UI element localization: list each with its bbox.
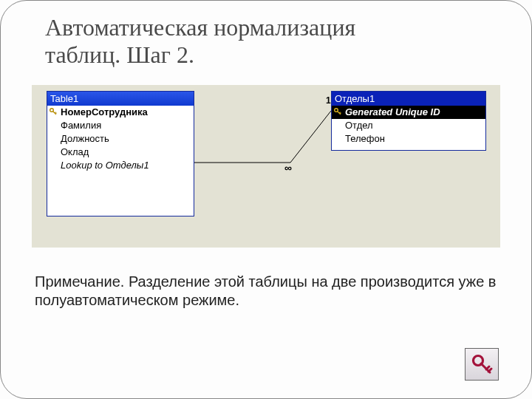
relationship-diagram: Table1 НомерСотрудника Фамилия Должность… [32,85,500,248]
table2-window[interactable]: Отделы1 Generated Unique ID Отдел Телефо… [331,91,486,151]
table2-pk-label: Generated Unique ID [345,106,440,117]
title-line-1: Автоматическая нормализация [45,14,355,41]
key-icon [333,107,342,116]
table1-field-2[interactable]: Должность [47,132,194,146]
table1-fields: НомерСотрудника Фамилия Должность Оклад … [47,106,194,202]
table2-title[interactable]: Отделы1 [332,92,485,106]
table1-pk-label: НомерСотрудника [61,106,148,117]
table2-pk-field[interactable]: Generated Unique ID [332,106,485,119]
slide-title: Автоматическая нормализация таблиц. Шаг … [45,14,502,69]
table1-window[interactable]: Table1 НомерСотрудника Фамилия Должность… [47,91,194,216]
table2-field-2[interactable]: Телефон [332,132,485,146]
relationship-one-label: 1 [326,95,331,106]
key-icon [470,352,494,376]
app-icon[interactable] [465,348,499,381]
table1-title[interactable]: Table1 [47,92,194,106]
table1-field-4[interactable]: Lookup to Отделы1 [47,159,194,172]
relationship-line [194,85,332,188]
key-icon [49,107,58,116]
table2-field-1[interactable]: Отдел [332,119,485,132]
relationship-many-label: ∞ [284,162,292,174]
table1-field-3[interactable]: Оклад [47,146,194,159]
title-line-2: таблиц. Шаг 2. [45,41,194,68]
table2-fields: Generated Unique ID Отдел Телефон [332,106,485,150]
table1-pk-field[interactable]: НомерСотрудника [47,106,194,119]
table1-field-1[interactable]: Фамилия [47,119,194,132]
slide: Автоматическая нормализация таблиц. Шаг … [0,0,532,399]
note-text: Примечание. Разделение этой таблицы на д… [35,273,497,310]
